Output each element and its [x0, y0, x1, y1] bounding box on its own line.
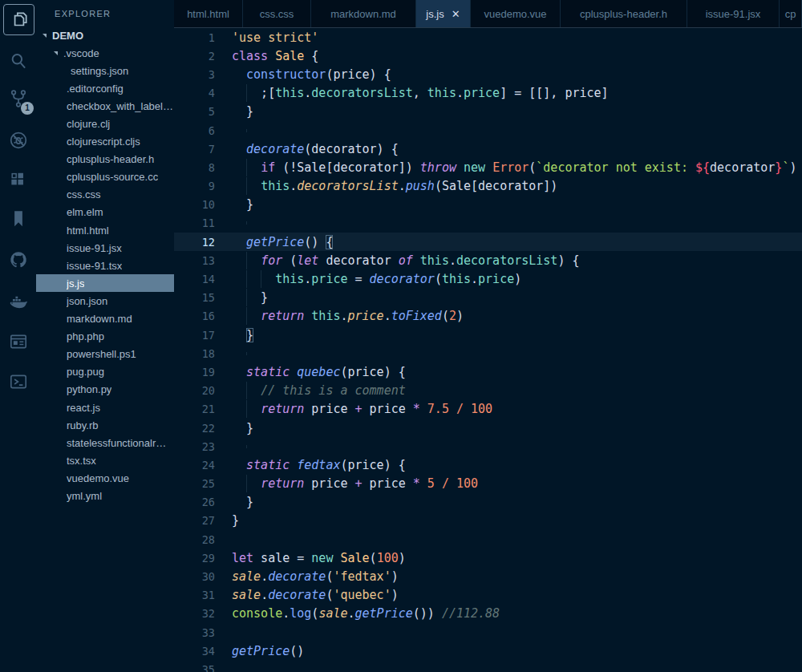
tree-item-clojure-clj[interactable]: clojure.clj [36, 115, 174, 132]
tree-item-powershell-ps1[interactable]: powershell.ps1 [36, 346, 174, 363]
tab-close-icon[interactable]: ✕ [452, 9, 460, 19]
code-line-9[interactable]: 9 this.decoratorsList.push(Sale[decorato… [174, 177, 802, 196]
tree-item-react-js[interactable]: react.js [36, 399, 174, 416]
code-token: price [304, 476, 354, 491]
code-line-13[interactable]: 13 for (let decorator of this.decorators… [174, 251, 802, 269]
activity-debug-off-button[interactable] [3, 125, 33, 155]
activity-explorer-button[interactable] [3, 4, 34, 35]
code-line-30[interactable]: 30sale.decorate('fedtax') [174, 567, 802, 585]
tree-item--editorconfig[interactable]: .editorconfig [36, 79, 174, 97]
code-token [232, 235, 246, 249]
activity-docker-button[interactable] [3, 286, 33, 316]
code-line-15[interactable]: 15 } [174, 289, 802, 307]
code-line-25[interactable]: 25 return price + price * 5 / 100 [174, 475, 802, 493]
tree-item-checkbox-with-label-[interactable]: checkbox_with_label… [36, 97, 174, 115]
code-line-19[interactable]: 19 static quebec(price) { [174, 362, 802, 381]
code-line-22[interactable]: 22 } [174, 419, 802, 437]
tree-item-js-js[interactable]: js.js [36, 274, 174, 292]
code-token: console [232, 606, 282, 621]
tree-item-demo[interactable]: DEMO [36, 26, 174, 44]
line-number: 7 [174, 143, 215, 156]
code-line-14[interactable]: 14 this.price = decorator(this.price) [174, 269, 802, 288]
code-token: . [399, 179, 406, 193]
tree-item-php-php[interactable]: php.php [36, 328, 174, 346]
tree-item-cplusplus-header-h[interactable]: cplusplus-header.h [36, 151, 174, 168]
code-line-27[interactable]: 27} [174, 512, 802, 530]
code-line-10[interactable]: 10 } [174, 196, 802, 214]
tree-item-statelessfunctionalr-[interactable]: statelessfunctionalr… [36, 434, 174, 451]
code-token: return [261, 476, 304, 491]
code-token [485, 160, 492, 175]
activity-extensions-button[interactable] [3, 165, 33, 195]
code-token: (price) { [340, 365, 405, 379]
code-line-21[interactable]: 21 return price + price * 7.5 / 100 [174, 400, 802, 419]
code-token: let [232, 551, 253, 565]
code-line-31[interactable]: 31sale.decorate('quebec') [174, 586, 802, 605]
tree-item-pug-pug[interactable]: pug.pug [36, 363, 174, 381]
code-token: this [275, 86, 304, 100]
code-line-29[interactable]: 29let sale = new Sale(100) [174, 549, 802, 567]
tree-item-yml-yml[interactable]: yml.yml [36, 487, 174, 504]
tab-html-html[interactable]: html.html [174, 0, 243, 27]
code-line-8[interactable]: 8 if (!Sale[decorator]) throw new Error(… [174, 158, 802, 176]
tree-item-json-json[interactable]: json.json [36, 292, 174, 310]
tree-item-ruby-rb[interactable]: ruby.rb [36, 416, 174, 434]
code-line-12[interactable]: 12 getPrice() { [174, 233, 802, 251]
tree-item-css-css[interactable]: css.css [36, 186, 174, 204]
tab-js-js[interactable]: js.js✕ [416, 0, 471, 27]
code-line-5[interactable]: 5 } [174, 103, 802, 121]
tree-item-vuedemo-vue[interactable]: vuedemo.vue [36, 469, 174, 487]
activity-search-button[interactable] [3, 46, 33, 75]
tab-issue-91-jsx[interactable]: issue-91.jsx [687, 0, 780, 27]
code-line-26[interactable]: 26 } [174, 493, 802, 512]
expand-arrow-icon[interactable] [54, 51, 58, 55]
activity-bookmarks-button[interactable] [3, 204, 33, 233]
tree-item-html-html[interactable]: html.html [36, 221, 174, 239]
tab-markdown-md[interactable]: markdown.md [311, 0, 416, 27]
code-line-7[interactable]: 7 decorate(decorator) { [174, 140, 802, 158]
code-line-3[interactable]: 3 constructor(price) { [174, 65, 802, 83]
tab-cp[interactable]: cp [780, 0, 802, 27]
tree-item-clojurescript-cljs[interactable]: clojurescript.cljs [36, 133, 174, 151]
code-line-2[interactable]: 2class Sale { [174, 47, 802, 65]
tab-cplusplus-header-h[interactable]: cplusplus-header.h [561, 0, 687, 27]
tree-item-cplusplus-source-cc[interactable]: cplusplus-source.cc [36, 168, 174, 186]
code-line-17[interactable]: 17 } [174, 326, 802, 344]
tree-item-elm-elm[interactable]: elm.elm [36, 204, 174, 221]
code-line-23[interactable]: 23 [174, 437, 802, 455]
code-token: ( [282, 253, 297, 268]
code-line-32[interactable]: 32console.log(sale.getPrice()) //112.88 [174, 605, 802, 623]
code-line-20[interactable]: 20 // this is a comment [174, 382, 802, 400]
tab-css-css[interactable]: css.css [243, 0, 311, 27]
activity-powershell-button[interactable] [3, 366, 33, 396]
tree-item-settings-json[interactable]: settings.json [36, 62, 174, 79]
tree-item-issue-91-jsx[interactable]: issue-91.jsx [36, 239, 174, 257]
code-line-11[interactable]: 11 [174, 214, 802, 233]
code-token: ( [435, 272, 442, 286]
activity-browser-preview-button[interactable] [3, 326, 33, 356]
code-line-1[interactable]: 1'use strict' [174, 28, 802, 47]
tree-item-python-py[interactable]: python.py [36, 381, 174, 399]
code-token [413, 253, 420, 268]
tree-item--vscode[interactable]: .vscode [36, 44, 174, 62]
activity-source-control-button[interactable]: 1 [3, 83, 33, 113]
code-line-24[interactable]: 24 static fedtax(price) { [174, 455, 802, 474]
code-line-4[interactable]: 4 ;[this.decoratorsList, this.price] = [… [174, 84, 802, 103]
expand-arrow-icon[interactable] [43, 34, 47, 38]
code-line-16[interactable]: 16 return this.price.toFixed(2) [174, 307, 802, 326]
code-line-33[interactable]: 33 [174, 623, 802, 642]
code-line-35[interactable]: 35 [174, 660, 802, 672]
indent-guide [246, 400, 247, 418]
indent-guide [246, 445, 247, 448]
code-line-6[interactable]: 6 [174, 121, 802, 140]
code-token: (decorator) { [304, 142, 398, 156]
tab-vuedemo-vue[interactable]: vuedemo.vue [471, 0, 561, 27]
code-line-18[interactable]: 18 [174, 344, 802, 362]
tree-item-issue-91-tsx[interactable]: issue-91.tsx [36, 257, 174, 274]
code-line-28[interactable]: 28 [174, 530, 802, 549]
tree-item-tsx-tsx[interactable]: tsx.tsx [36, 451, 174, 469]
tree-item-markdown-md[interactable]: markdown.md [36, 310, 174, 328]
activity-github-button[interactable] [3, 245, 33, 274]
code-editor[interactable]: 1'use strict'2class Sale {3 constructor(… [174, 28, 802, 672]
code-line-34[interactable]: 34getPrice() [174, 642, 802, 660]
